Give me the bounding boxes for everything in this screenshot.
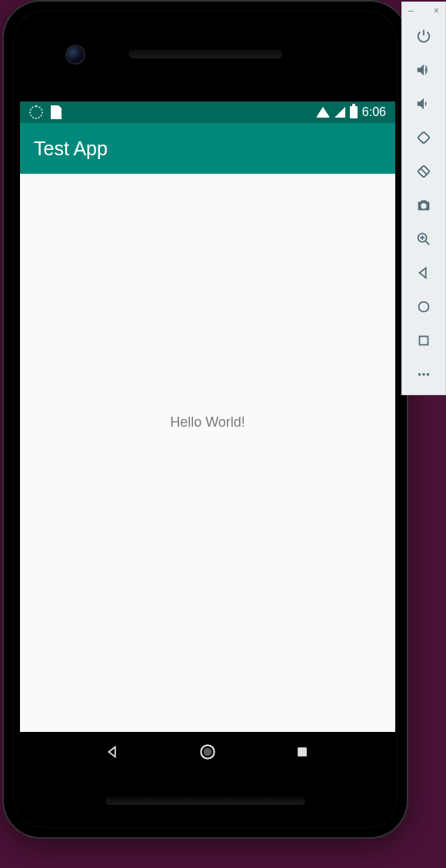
volume-down-button[interactable] xyxy=(406,87,441,121)
nav-home-button[interactable] xyxy=(188,742,227,762)
navigation-bar xyxy=(20,732,395,770)
speaker-grille xyxy=(128,49,282,58)
front-camera xyxy=(67,46,84,63)
svg-rect-3 xyxy=(418,131,430,144)
overview-button[interactable] xyxy=(406,324,441,358)
rotate-left-button[interactable] xyxy=(406,121,441,155)
svg-point-14 xyxy=(427,373,430,376)
svg-rect-11 xyxy=(420,337,428,345)
svg-rect-2 xyxy=(298,747,307,757)
more-button[interactable] xyxy=(406,358,441,391)
svg-line-5 xyxy=(421,168,426,174)
app-content: Hello World! xyxy=(20,174,395,732)
emulator-toolbar: – × xyxy=(401,2,446,395)
svg-point-13 xyxy=(422,373,425,376)
device-screen: 6:06 Test App Hello World! xyxy=(20,101,395,770)
svg-point-1 xyxy=(204,748,212,757)
screenshot-button[interactable] xyxy=(406,188,441,222)
close-button[interactable]: × xyxy=(434,5,439,16)
status-bar: 6:06 xyxy=(20,101,395,123)
svg-point-10 xyxy=(419,302,429,312)
battery-icon xyxy=(350,106,358,118)
svg-point-12 xyxy=(418,373,421,376)
nav-overview-button[interactable] xyxy=(283,744,321,760)
home-button[interactable] xyxy=(406,290,441,324)
wifi-icon xyxy=(316,107,330,118)
cellular-icon xyxy=(334,107,345,118)
nav-back-button[interactable] xyxy=(94,743,132,760)
speaker-grille-bottom xyxy=(105,797,305,805)
zoom-button[interactable] xyxy=(406,222,441,256)
minimize-button[interactable]: – xyxy=(408,5,414,16)
svg-line-7 xyxy=(426,241,430,245)
app-title: Test App xyxy=(34,138,108,160)
rotate-right-button[interactable] xyxy=(406,155,441,188)
phone-frame: 6:06 Test App Hello World! xyxy=(4,2,407,837)
hello-world-text: Hello World! xyxy=(170,414,245,431)
sd-card-icon xyxy=(51,105,62,119)
volume-up-button[interactable] xyxy=(406,53,441,87)
loading-icon xyxy=(29,105,43,119)
power-button[interactable] xyxy=(406,19,441,53)
clock-text: 6:06 xyxy=(362,105,386,119)
back-button[interactable] xyxy=(406,256,441,290)
app-bar: Test App xyxy=(20,123,395,174)
